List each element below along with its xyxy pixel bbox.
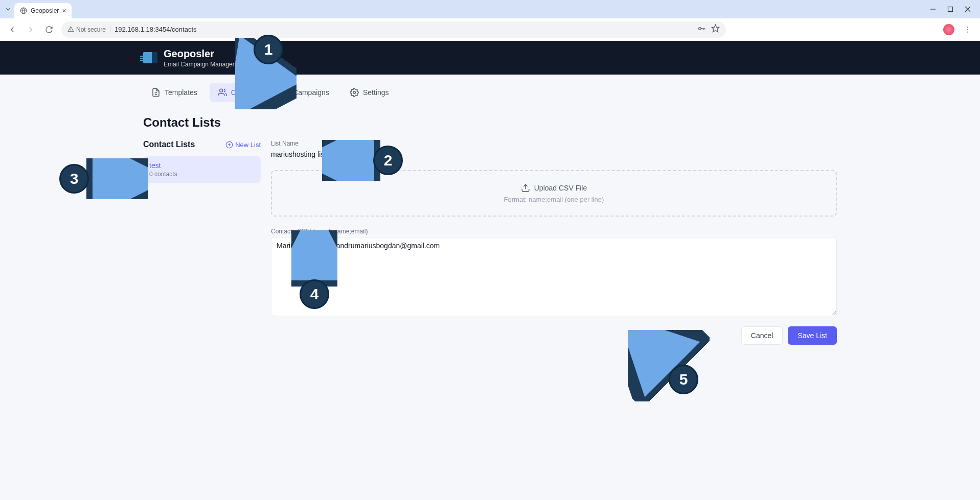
upload-icon (521, 183, 530, 193)
tab-title: Geoposler (31, 7, 59, 14)
reload-button[interactable] (43, 23, 55, 36)
gear-icon (350, 88, 359, 97)
profile-avatar[interactable] (943, 24, 954, 35)
new-list-button[interactable]: New List (225, 141, 261, 149)
svg-point-10 (967, 29, 968, 30)
upload-csv-zone[interactable]: Upload CSV File Format: name;email (one … (271, 170, 837, 217)
back-button[interactable] (6, 23, 18, 36)
browser-nav-bar: Not secure 192.168.1.18:3454/contacts (0, 18, 980, 41)
app-title: Geoposler (164, 48, 235, 60)
page-title: Contact Lists (0, 115, 980, 130)
app-header: Geoposler Email Campaign Manager (0, 41, 980, 75)
maximize-icon[interactable] (946, 5, 954, 13)
content-area: Templates Contacts Campaigns Settings Co… (0, 75, 980, 500)
close-tab-icon[interactable]: × (62, 7, 66, 15)
warning-icon (67, 26, 74, 33)
security-label: Not secure (76, 26, 106, 33)
list-item-name: test (149, 161, 255, 170)
svg-rect-2 (948, 7, 953, 12)
send-icon (280, 88, 289, 97)
password-key-icon[interactable] (697, 24, 706, 35)
browser-menu-icon[interactable] (962, 23, 974, 36)
svg-point-6 (71, 31, 71, 31)
sidebar-title: Contact Lists (143, 140, 195, 149)
new-list-label: New List (235, 141, 261, 149)
svg-point-7 (699, 28, 701, 30)
bookmark-star-icon[interactable] (711, 24, 720, 35)
address-bar[interactable]: Not secure 192.168.1.18:3454/contacts (61, 21, 726, 38)
contacts-label: Contacts (CSV format: name;email) (271, 228, 837, 235)
upload-label: Upload CSV File (534, 184, 587, 192)
svg-line-32 (642, 339, 681, 378)
cancel-button[interactable]: Cancel (741, 326, 783, 345)
tab-templates-label: Templates (165, 88, 197, 97)
document-icon (151, 88, 161, 97)
tab-settings-label: Settings (363, 88, 389, 97)
upload-format-hint: Format: name;email (one per line) (284, 196, 824, 203)
tab-contacts[interactable]: Contacts (210, 83, 267, 102)
tab-campaigns-label: Campaigns (293, 88, 329, 97)
globe-icon (19, 7, 28, 15)
minimize-icon[interactable] (929, 5, 937, 13)
plus-circle-icon (225, 141, 233, 149)
people-icon (218, 88, 227, 97)
tab-contacts-label: Contacts (231, 88, 259, 97)
browser-tab[interactable]: Geoposler × (14, 3, 72, 18)
list-form: List Name Upload CSV File Format: name;e… (271, 140, 837, 345)
svg-point-11 (967, 31, 968, 32)
list-name-label: List Name (271, 140, 837, 147)
save-list-button[interactable]: Save List (788, 326, 837, 345)
security-badge[interactable]: Not secure (67, 26, 110, 33)
tab-list-dropdown[interactable] (3, 4, 13, 14)
window-close-icon[interactable] (964, 5, 972, 13)
browser-tab-bar: Geoposler × (0, 0, 980, 18)
svg-marker-8 (712, 25, 719, 32)
nav-tabs: Templates Contacts Campaigns Settings (0, 83, 980, 102)
url-text: 192.168.1.18:3454/contacts (115, 26, 693, 33)
svg-point-14 (220, 89, 223, 92)
list-item[interactable]: test 0 contacts (143, 156, 261, 183)
forward-button[interactable] (25, 23, 37, 36)
svg-point-17 (353, 91, 356, 94)
contacts-textarea[interactable] (271, 237, 837, 316)
tab-settings[interactable]: Settings (341, 83, 397, 102)
list-name-input[interactable] (271, 149, 837, 162)
tab-templates[interactable]: Templates (143, 83, 206, 102)
tab-campaigns[interactable]: Campaigns (271, 83, 337, 102)
list-item-count: 0 contacts (149, 171, 255, 178)
contact-lists-sidebar: Contact Lists New List test 0 contacts (143, 140, 261, 345)
app-logo-icon (143, 52, 157, 63)
app-subtitle: Email Campaign Manager (164, 61, 235, 68)
svg-point-9 (967, 27, 968, 28)
